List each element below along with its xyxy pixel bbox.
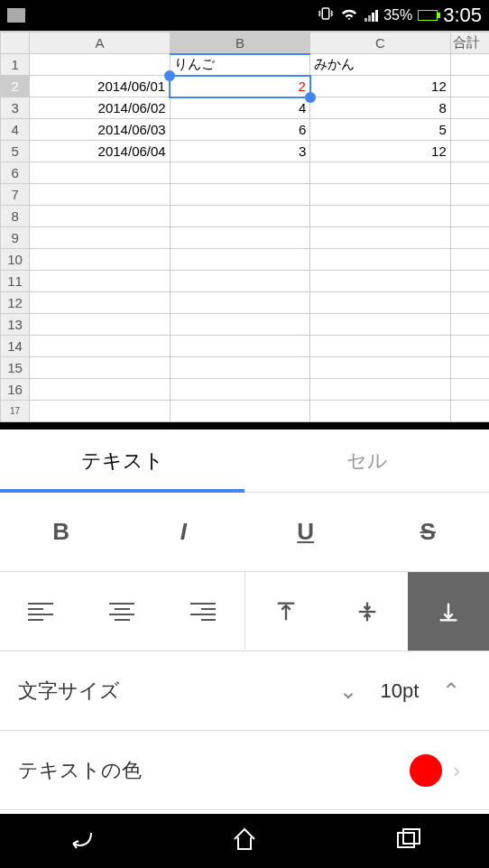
cell-selected[interactable]: 2 (170, 76, 310, 97)
font-size-label: 文字サイズ (18, 678, 328, 705)
format-panel: テキスト セル B I U S (0, 422, 489, 814)
battery-icon (418, 10, 438, 21)
row-header[interactable]: 13 (1, 314, 30, 336)
svg-rect-0 (322, 8, 329, 19)
cell[interactable]: 2014/06/01 (30, 76, 171, 97)
row-header[interactable]: 7 (1, 184, 30, 206)
row-header[interactable]: 9 (1, 227, 30, 249)
cell[interactable]: 2014/06/04 (30, 141, 171, 162)
status-bar: 35% 3:05 (0, 0, 489, 31)
text-color-label: テキストの色 (18, 757, 410, 784)
vibrate-icon (318, 5, 334, 25)
col-header-c[interactable]: C (310, 32, 451, 54)
cell[interactable] (450, 54, 489, 76)
align-center-button[interactable] (81, 572, 162, 651)
wifi-icon (339, 5, 359, 25)
cell[interactable] (450, 97, 489, 119)
row-header[interactable]: 1 (1, 54, 30, 76)
cell[interactable]: 5 (310, 119, 451, 141)
row-header[interactable]: 5 (1, 141, 30, 162)
row-header[interactable]: 16 (1, 379, 30, 401)
text-style-row: B I U S (0, 493, 489, 572)
valign-middle-button[interactable] (327, 572, 408, 651)
row-header[interactable]: 17 (1, 401, 30, 422)
align-left-button[interactable] (0, 572, 81, 651)
svg-rect-9 (403, 829, 420, 844)
color-swatch (410, 754, 442, 787)
row-header[interactable]: 4 (1, 119, 30, 141)
valign-top-button[interactable] (245, 572, 327, 651)
row-header[interactable]: 8 (1, 206, 30, 227)
battery-percent: 35% (383, 7, 412, 23)
cell[interactable] (30, 54, 171, 76)
row-header[interactable]: 14 (1, 336, 30, 357)
chevron-down-icon[interactable]: ⌄ (328, 679, 368, 704)
cell[interactable]: 3 (170, 141, 310, 162)
row-header[interactable]: 3 (1, 97, 30, 119)
valign-bottom-button[interactable] (408, 572, 489, 651)
back-button[interactable] (66, 824, 97, 858)
home-button[interactable] (229, 824, 260, 858)
corner-cell[interactable] (1, 32, 30, 54)
font-size-value: 10pt (368, 679, 431, 703)
cell[interactable]: りんご (170, 54, 310, 76)
bold-button[interactable]: B (0, 493, 123, 571)
cell[interactable] (450, 76, 489, 97)
text-color-row[interactable]: テキストの色 › (0, 731, 489, 810)
chevron-up-icon[interactable]: ⌃ (431, 679, 471, 704)
cell[interactable]: 4 (170, 97, 310, 119)
align-right-button[interactable] (162, 572, 244, 651)
col-header-a[interactable]: A (30, 32, 171, 54)
row-header[interactable]: 10 (1, 249, 30, 271)
cell[interactable] (450, 141, 489, 162)
col-header-b[interactable]: B (170, 32, 310, 54)
tabs: テキスト セル (0, 429, 489, 493)
underline-button[interactable]: U (244, 493, 367, 571)
cell[interactable]: 12 (310, 141, 451, 162)
row-header[interactable]: 15 (1, 357, 30, 379)
row-header[interactable]: 2 (1, 76, 30, 97)
picture-icon (7, 8, 25, 23)
font-size-row[interactable]: 文字サイズ ⌄ 10pt ⌃ (0, 651, 489, 731)
row-header[interactable]: 6 (1, 162, 30, 184)
chevron-right-icon: › (442, 758, 471, 783)
col-header-total[interactable]: 合計 (450, 32, 489, 54)
spreadsheet[interactable]: A B C 合計 1 りんご みかん 2 2014/06/01 2 12 3 2… (0, 31, 489, 422)
tab-cell[interactable]: セル (244, 429, 489, 492)
cell[interactable]: 2014/06/02 (30, 97, 171, 119)
cell[interactable]: 8 (310, 97, 451, 119)
italic-button[interactable]: I (123, 493, 245, 571)
row-header[interactable]: 12 (1, 292, 30, 314)
svg-rect-8 (398, 833, 414, 847)
signal-icon (364, 10, 378, 22)
tab-text[interactable]: テキスト (0, 429, 244, 492)
clock: 3:05 (443, 4, 482, 27)
alignment-row (0, 572, 489, 651)
cell[interactable]: 12 (310, 76, 451, 97)
row-header[interactable]: 11 (1, 271, 30, 292)
cell[interactable]: 6 (170, 119, 310, 141)
recent-apps-button[interactable] (392, 824, 423, 858)
strikethrough-button[interactable]: S (367, 493, 490, 571)
cell[interactable]: 2014/06/03 (30, 119, 171, 141)
cell[interactable] (450, 119, 489, 141)
cell[interactable]: みかん (310, 54, 451, 76)
nav-bar (0, 814, 489, 868)
